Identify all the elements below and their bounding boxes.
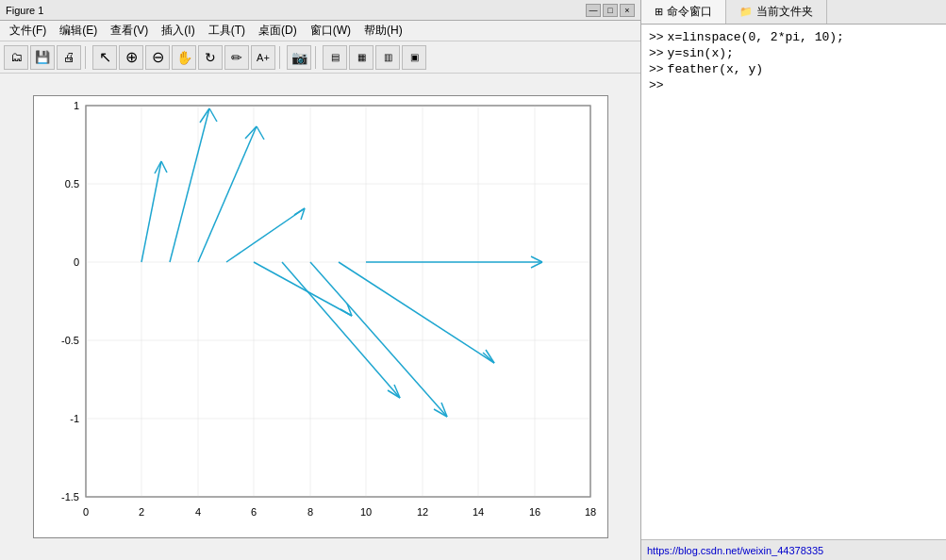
folder-icon: 📁 (739, 6, 753, 18)
svg-text:16: 16 (528, 506, 539, 518)
title-bar-buttons: — □ × (586, 4, 635, 17)
cmd-prompt-2: >> (649, 46, 664, 60)
bottom-link[interactable]: https://blog.csdn.net/weixin_44378335 (647, 545, 823, 556)
cmd-line-2: >> y=sin(x); (649, 46, 938, 60)
toolbar-select[interactable]: ↖ (92, 45, 117, 70)
right-bottom-bar: https://blog.csdn.net/weixin_44378335 (641, 539, 946, 560)
toolbar-b2[interactable]: ▦ (349, 45, 373, 70)
plot-svg: 0 2 4 6 8 10 12 14 16 18 1 0.5 0 -0.5 (34, 96, 609, 539)
svg-text:1: 1 (73, 100, 78, 111)
command-window[interactable]: >> x=linspace(0, 2*pi, 10); >> y=sin(x);… (641, 25, 946, 539)
figure-panel: Figure 1 — □ × 文件(F) 编辑(E) 查看(V) 插入(I) 工… (0, 0, 641, 560)
menu-window[interactable]: 窗口(W) (305, 21, 357, 41)
cmd-prompt-1: >> (649, 30, 664, 44)
toolbar: 🗂 💾 🖨 ↖ ⊕ ⊖ ✋ ↻ ✏ A+ 📷 ▤ ▦ ▥ ▣ (0, 41, 640, 74)
svg-text:4: 4 (194, 506, 200, 518)
toolbar-camera[interactable]: 📷 (287, 45, 311, 70)
svg-text:10: 10 (359, 506, 371, 518)
svg-text:18: 18 (584, 506, 595, 518)
menu-file[interactable]: 文件(F) (4, 21, 52, 41)
figure-title: Figure 1 (6, 5, 586, 16)
svg-text:12: 12 (416, 506, 427, 518)
toolbar-sep1 (85, 46, 89, 69)
cmd-text-1: x=linspace(0, 2*pi, 10); (668, 30, 844, 44)
menu-insert[interactable]: 插入(I) (156, 21, 200, 41)
cmd-line-4: >> (649, 78, 938, 92)
menu-bar: 文件(F) 编辑(E) 查看(V) 插入(I) 工具(T) 桌面(D) 窗口(W… (0, 21, 640, 41)
toolbar-rotate[interactable]: ↻ (198, 45, 223, 70)
menu-help[interactable]: 帮助(H) (358, 21, 408, 41)
svg-text:0: 0 (82, 506, 88, 518)
svg-text:0: 0 (73, 256, 78, 268)
svg-rect-0 (86, 106, 590, 497)
toolbar-print[interactable]: 🖨 (57, 45, 81, 70)
cmd-line-3: >> feather(x, y) (649, 62, 938, 76)
toolbar-annotate[interactable]: A+ (251, 45, 275, 70)
svg-text:8: 8 (307, 506, 312, 518)
svg-text:2: 2 (138, 506, 143, 518)
tab-folder-label: 当前文件夹 (756, 4, 813, 20)
minimize-button[interactable]: — (586, 4, 601, 17)
menu-edit[interactable]: 编辑(E) (54, 21, 103, 41)
title-bar: Figure 1 — □ × (0, 0, 640, 21)
svg-text:0.5: 0.5 (64, 178, 78, 189)
toolbar-sep2 (279, 46, 283, 69)
toolbar-open[interactable]: 🗂 (4, 45, 28, 70)
tab-current-folder[interactable]: 📁 当前文件夹 (726, 0, 827, 24)
tab-command-label: 命令窗口 (667, 4, 712, 20)
close-button[interactable]: × (620, 4, 635, 17)
cmd-prompt-4: >> (649, 78, 664, 92)
svg-text:-1.5: -1.5 (61, 491, 79, 502)
menu-desktop[interactable]: 桌面(D) (253, 21, 303, 41)
cmd-line-1: >> x=linspace(0, 2*pi, 10); (649, 30, 938, 44)
toolbar-b4[interactable]: ▣ (402, 45, 426, 70)
toolbar-sep3 (315, 46, 319, 69)
svg-text:-0.5: -0.5 (61, 335, 79, 346)
command-window-icon: ⊞ (655, 6, 663, 18)
toolbar-pan[interactable]: ✋ (172, 45, 196, 70)
toolbar-save[interactable]: 💾 (30, 45, 55, 70)
toolbar-zoom-out[interactable]: ⊖ (145, 45, 170, 70)
toolbar-zoom-in[interactable]: ⊕ (119, 45, 143, 70)
menu-view[interactable]: 查看(V) (105, 21, 154, 41)
right-tabs: ⊞ 命令窗口 📁 当前文件夹 (641, 0, 946, 25)
toolbar-b3[interactable]: ▥ (375, 45, 400, 70)
maximize-button[interactable]: □ (603, 4, 618, 17)
menu-tools[interactable]: 工具(T) (203, 21, 251, 41)
cmd-text-3: feather(x, y) (668, 62, 763, 76)
toolbar-brush[interactable]: ✏ (224, 45, 249, 70)
plot-area[interactable]: 0 2 4 6 8 10 12 14 16 18 1 0.5 0 -0.5 (33, 95, 608, 538)
svg-text:-1: -1 (70, 413, 79, 424)
svg-text:14: 14 (472, 506, 483, 518)
tab-command-window[interactable]: ⊞ 命令窗口 (641, 0, 726, 24)
right-panel: ⊞ 命令窗口 📁 当前文件夹 >> x=linspace(0, 2*pi, 10… (641, 0, 946, 560)
cmd-prompt-3: >> (649, 62, 664, 76)
toolbar-b1[interactable]: ▤ (323, 45, 347, 70)
plot-container: 0 2 4 6 8 10 12 14 16 18 1 0.5 0 -0.5 (0, 74, 640, 560)
svg-text:6: 6 (250, 506, 256, 518)
cmd-text-2: y=sin(x); (668, 46, 734, 60)
